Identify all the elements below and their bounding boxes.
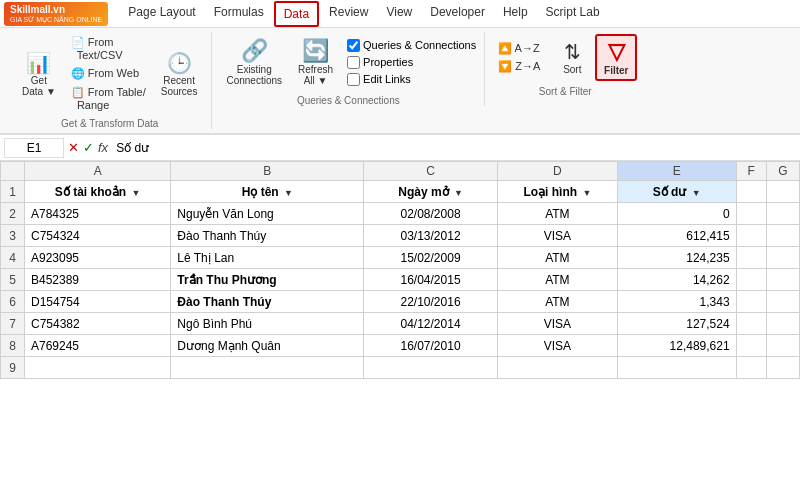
header-cell-b1[interactable]: Họ tên ▼	[171, 181, 364, 203]
cell-a2[interactable]: A784325	[25, 203, 171, 225]
menu-view[interactable]: View	[378, 1, 420, 27]
row-num-9: 9	[1, 357, 25, 379]
from-table-button[interactable]: 📋 From Table/ Range	[66, 84, 151, 113]
col-header-b[interactable]: B	[171, 162, 364, 181]
header-cell-e1[interactable]: Số dư ▼	[617, 181, 736, 203]
cell-d3[interactable]: VISA	[497, 225, 617, 247]
cell-e5[interactable]: 14,262	[617, 269, 736, 291]
cell-e6[interactable]: 1,343	[617, 291, 736, 313]
table-row: 7 C754382 Ngô Bình Phú 04/12/2014 VISA 1…	[1, 313, 800, 335]
filter-arrow-d1[interactable]: ▼	[582, 188, 591, 198]
queries-connections-check[interactable]: Queries & Connections	[347, 39, 476, 52]
cell-c8[interactable]: 16/07/2010	[364, 335, 498, 357]
cell-c7[interactable]: 04/12/2014	[364, 313, 498, 335]
edit-links-checkbox[interactable]	[347, 73, 360, 86]
menu-help[interactable]: Help	[495, 1, 536, 27]
queries-group-label: Queries & Connections	[297, 95, 400, 106]
cell-c3[interactable]: 03/13/2012	[364, 225, 498, 247]
menu-formulas[interactable]: Formulas	[206, 1, 272, 27]
cell-b2[interactable]: Nguyễn Văn Long	[171, 203, 364, 225]
filter-arrow-b1[interactable]: ▼	[284, 188, 293, 198]
from-web-button[interactable]: 🌐 From Web	[66, 65, 151, 82]
cell-e2[interactable]: 0	[617, 203, 736, 225]
cell-b4[interactable]: Lê Thị Lan	[171, 247, 364, 269]
cell-e8[interactable]: 12,489,621	[617, 335, 736, 357]
formula-bar: ✕ ✓ fx	[0, 135, 800, 161]
cell-a6[interactable]: D154754	[25, 291, 171, 313]
sort-az-button[interactable]: 🔼 A→Z	[493, 40, 545, 57]
cell-a4[interactable]: A923095	[25, 247, 171, 269]
col-header-e[interactable]: E	[617, 162, 736, 181]
cell-d6[interactable]: ATM	[497, 291, 617, 313]
sort-button[interactable]: ⇅ Sort	[553, 36, 591, 79]
existing-connections-button[interactable]: 🔗 ExistingConnections	[220, 34, 288, 90]
cell-b6[interactable]: Đào Thanh Thúy	[171, 291, 364, 313]
from-text-csv-button[interactable]: 📄 From Text/CSV	[66, 34, 151, 63]
sort-za-button[interactable]: 🔽 Z→A	[493, 58, 545, 75]
logo-subtitle: GIA SỨ MỤC NĂNG ONLINE	[10, 16, 102, 24]
get-data-label: GetData ▼	[22, 75, 56, 97]
header-cell-a1[interactable]: Số tài khoản ▼	[25, 181, 171, 203]
get-data-icon: 📊	[26, 51, 51, 75]
header-cell-d1[interactable]: Loại hình ▼	[497, 181, 617, 203]
ribbon-group-get-transform: 📊 GetData ▼ 📄 From Text/CSV 🌐 From Web 📋…	[8, 32, 212, 129]
properties-checkbox[interactable]	[347, 56, 360, 69]
header-cell-c1[interactable]: Ngày mở ▼	[364, 181, 498, 203]
cell-b8[interactable]: Dương Mạnh Quân	[171, 335, 364, 357]
cell-e3[interactable]: 612,415	[617, 225, 736, 247]
cell-d7[interactable]: VISA	[497, 313, 617, 335]
ribbon-group-sort-filter: 🔼 A→Z 🔽 Z→A ⇅ Sort ▽ Filter Sort & Filte…	[485, 32, 645, 97]
cell-b3[interactable]: Đào Thanh Thúy	[171, 225, 364, 247]
menu-page-layout[interactable]: Page Layout	[120, 1, 203, 27]
cell-a5[interactable]: B452389	[25, 269, 171, 291]
col-header-g[interactable]: G	[766, 162, 799, 181]
logo-title: Skillmall.vn	[10, 4, 102, 16]
filter-arrow-a1[interactable]: ▼	[132, 188, 141, 198]
menu-data[interactable]: Data	[274, 1, 319, 27]
cell-e7[interactable]: 127,524	[617, 313, 736, 335]
cell-d4[interactable]: ATM	[497, 247, 617, 269]
formula-check-icon[interactable]: ✓	[83, 140, 94, 155]
row-num-8: 8	[1, 335, 25, 357]
cell-c6[interactable]: 22/10/2016	[364, 291, 498, 313]
queries-checkbox[interactable]	[347, 39, 360, 52]
existing-conn-icon: 🔗	[241, 38, 268, 64]
filter-arrow-e1[interactable]: ▼	[692, 188, 701, 198]
col-header-d[interactable]: D	[497, 162, 617, 181]
cell-a8[interactable]: A769245	[25, 335, 171, 357]
refresh-all-button[interactable]: 🔄 RefreshAll ▼	[292, 34, 339, 90]
properties-check[interactable]: Properties	[347, 56, 476, 69]
col-header-c[interactable]: C	[364, 162, 498, 181]
ribbon: 📊 GetData ▼ 📄 From Text/CSV 🌐 From Web 📋…	[0, 28, 800, 135]
cell-reference[interactable]	[4, 138, 64, 158]
sort-az-icon: 🔼 A→Z	[498, 42, 540, 55]
edit-links-check[interactable]: Edit Links	[347, 73, 476, 86]
formula-input[interactable]	[112, 139, 796, 157]
filter-button[interactable]: ▽ Filter	[595, 34, 637, 81]
cell-c2[interactable]: 02/08/2008	[364, 203, 498, 225]
menu-developer[interactable]: Developer	[422, 1, 493, 27]
cell-b7[interactable]: Ngô Bình Phú	[171, 313, 364, 335]
cell-d8[interactable]: VISA	[497, 335, 617, 357]
cell-a7[interactable]: C754382	[25, 313, 171, 335]
cell-c4[interactable]: 15/02/2009	[364, 247, 498, 269]
cell-c5[interactable]: 16/04/2015	[364, 269, 498, 291]
get-data-button[interactable]: 📊 GetData ▼	[16, 47, 62, 101]
menu-script-lab[interactable]: Script Lab	[538, 1, 608, 27]
cell-g3	[766, 225, 799, 247]
cell-a3[interactable]: C754324	[25, 225, 171, 247]
cell-b5[interactable]: Trần Thu Phương	[171, 269, 364, 291]
formula-x-icon[interactable]: ✕	[68, 140, 79, 155]
cell-d2[interactable]: ATM	[497, 203, 617, 225]
row-num-5: 5	[1, 269, 25, 291]
cell-d5[interactable]: ATM	[497, 269, 617, 291]
cell-e4[interactable]: 124,235	[617, 247, 736, 269]
col-header-a[interactable]: A	[25, 162, 171, 181]
recent-sources-button[interactable]: 🕒 RecentSources	[155, 47, 204, 101]
filter-arrow-c1[interactable]: ▼	[454, 188, 463, 198]
col-header-f[interactable]: F	[736, 162, 766, 181]
table-row: 6 D154754 Đào Thanh Thúy 22/10/2016 ATM …	[1, 291, 800, 313]
filter-icon: ▽	[608, 39, 625, 65]
menu-review[interactable]: Review	[321, 1, 376, 27]
cell-a9[interactable]	[25, 357, 171, 379]
